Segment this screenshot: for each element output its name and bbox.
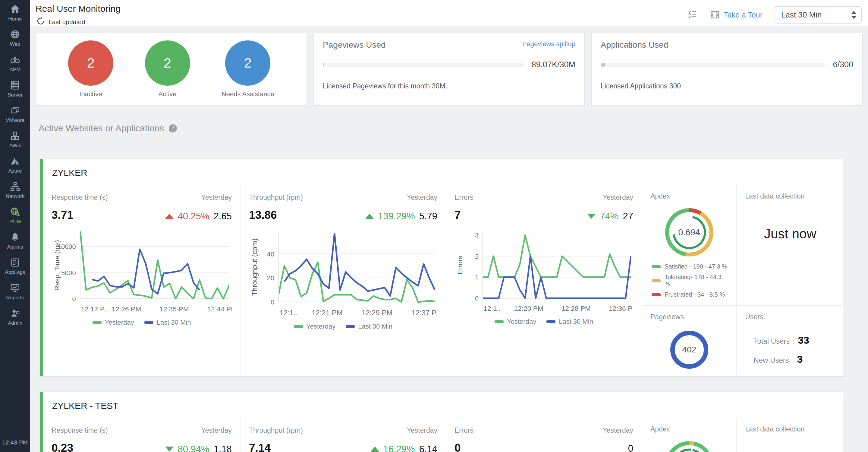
sidebar-item-rum[interactable]: RUM [5,206,25,225]
svg-text:12:28 PM: 12:28 PM [561,304,591,312]
status-stat-active[interactable]: 2Active [145,40,190,98]
users-row: New Users:3 [753,353,835,365]
svg-text:12:44 PM: 12:44 PM [207,305,232,313]
metric-col-response-time: Response time (s) Yesterday 0.23 80.94% … [43,418,241,452]
svg-text:5000: 5000 [61,269,76,276]
take-a-tour-button[interactable]: Take a Tour [710,10,763,20]
select-caret-icon [851,11,857,19]
users-label: Users [745,313,835,321]
svg-text:20: 20 [267,274,274,282]
throughput-chart: 02040Throughput (cpm)12:1..12:21 PM12:29… [249,228,437,322]
app-title[interactable]: ZYLKER [43,159,844,185]
app-title[interactable]: ZYLKER - TEST [43,392,844,418]
metric-period-label: Yesterday [407,193,437,202]
apdex-gauge-arc [669,445,710,452]
last-updated-label: Last updated [49,19,85,26]
metric-label: Errors [455,193,473,202]
svg-text:Errors: Errors [456,256,464,274]
app-cards-list: ZYLKER Response time (s) Yesterday 3.71 … [40,159,863,452]
sidebar-item-label: Web [10,41,21,47]
svg-text:Resp. Time (ms): Resp. Time (ms) [53,240,61,290]
sidebar-item-label: Admin [8,320,22,326]
sidebar-item-admin[interactable]: Admin [5,308,25,326]
checklist-icon[interactable] [687,9,698,21]
applications-license-note: Licensed Applications 300. [601,82,853,90]
pageviews-label: Pageviews [650,313,728,321]
metric-col-errors: Errors Yesterday 0 0 0.05Errors Yesterda… [446,418,642,452]
sidebar-item-label: AWS [9,143,21,149]
svg-text:12:35 PM: 12:35 PM [159,305,189,313]
legend-swatch-icon [652,265,661,268]
sidebar-item-home[interactable]: Home [5,4,25,22]
svg-text:12:1..: 12:1.. [484,304,501,312]
metric-current-value: 3.71 [52,209,73,222]
sidebar-item-vmware[interactable]: VMware [5,105,25,123]
metric-label: Throughput (rpm) [249,426,303,434]
pageviews-splitup-link[interactable]: Pageviews splitup [522,40,575,48]
time-range-value: Last 30 Min [781,10,822,20]
users-row: Total Users:33 [753,334,835,346]
svg-text:0: 0 [72,295,76,303]
server-icon [10,80,21,90]
svg-text:Throughput (cpm): Throughput (cpm) [250,238,258,296]
legend-swatch-icon [652,293,661,296]
sidebar-item-web[interactable]: Web [5,29,25,47]
metric-col-throughput: Throughput (rpm) Yesterday 13.86 139.29%… [241,185,446,376]
metric-label: Response time (s) [52,426,108,434]
sidebar-item-applogs[interactable]: AppLogs [5,257,25,276]
sidebar-item-alarms[interactable]: Alarms [5,232,25,250]
apdex-panel: Apdex 0.983 Satisfied - 200 - 96.6 % [642,418,737,452]
apdex-label: Apdex [650,192,728,200]
take-a-tour-label: Take a Tour [724,10,763,19]
section-divider [36,147,863,147]
refresh-icon[interactable] [36,16,46,28]
status-stat-needs-assistance[interactable]: 2Needs Assistance [221,40,274,98]
main-content: 2Inactive2Active2Needs Assistance Pagevi… [30,26,868,452]
aws-boxes-icon [10,130,21,141]
status-stat-inactive[interactable]: 2Inactive [68,40,113,98]
status-count-circle: 2 [68,40,113,86]
summary-row: 2Inactive2Active2Needs Assistance Pagevi… [36,33,863,106]
info-icon[interactable]: i [169,124,177,133]
delta-up-triangle-icon [365,214,374,219]
sidebar-item-network[interactable]: Network [5,181,25,199]
metric-col-throughput: Throughput (rpm) Yesterday 7.14 16.29% 6… [241,418,446,452]
status-label: Active [158,90,177,98]
header-controls: Take a Tour Last 30 Min [687,6,862,24]
metric-yesterday-value: 5.79 [419,211,437,222]
svg-text:12:36 PM: 12:36 PM [609,304,633,312]
legend-swatch-icon [547,320,555,323]
sidebar-item-aws[interactable]: AWS [5,130,25,149]
rum-globe-magnifier-icon [10,206,21,217]
applications-used-card: Applications Used 6/300 Licensed Applica… [591,33,863,106]
metric-period-label: Yesterday [603,193,633,202]
metric-current-value: 7 [455,209,461,222]
metric-yesterday-value: 27 [623,211,633,222]
legend-swatch-icon [144,321,153,324]
svg-text:0: 0 [271,298,275,306]
apdex-donut: 0.694 [665,208,713,256]
sidebar-item-apm[interactable]: APM [5,54,25,73]
applogs-icon [10,257,21,268]
delta-percent: 40.25% [178,211,210,222]
app-card-zylker: ZYLKER Response time (s) Yesterday 3.71 … [40,159,844,376]
sidebar-item-label: APM [10,67,21,73]
apdex-legend: Satisfied - 190 - 47.3 %Tolerating- 178 … [652,263,728,298]
page-header: Real User Monitoring Last updated Take a… [30,0,868,26]
svg-text:12:21 PM: 12:21 PM [312,308,342,316]
apdex-label: Apdex [650,425,728,433]
sidebar-clock: 12:43 PM [2,439,28,446]
pageviews-ring: 402 [670,331,708,369]
metric-label: Errors [455,426,473,434]
sidebar-item-server[interactable]: Server [5,80,25,98]
svg-text:1: 1 [475,273,478,281]
svg-text:40: 40 [267,250,274,258]
chart-legend: YesterdayLast 30 Min [52,319,232,327]
chart-legend: YesterdayLast 30 Min [455,318,633,326]
time-range-select[interactable]: Last 30 Min [775,6,862,24]
page-title: Real User Monitoring [36,4,121,14]
sidebar-item-reports[interactable]: Reports [5,282,25,301]
sidebar-item-azure[interactable]: Azure [5,156,25,174]
binoculars-icon [10,54,21,65]
metric-label: Throughput (rpm) [249,193,303,202]
